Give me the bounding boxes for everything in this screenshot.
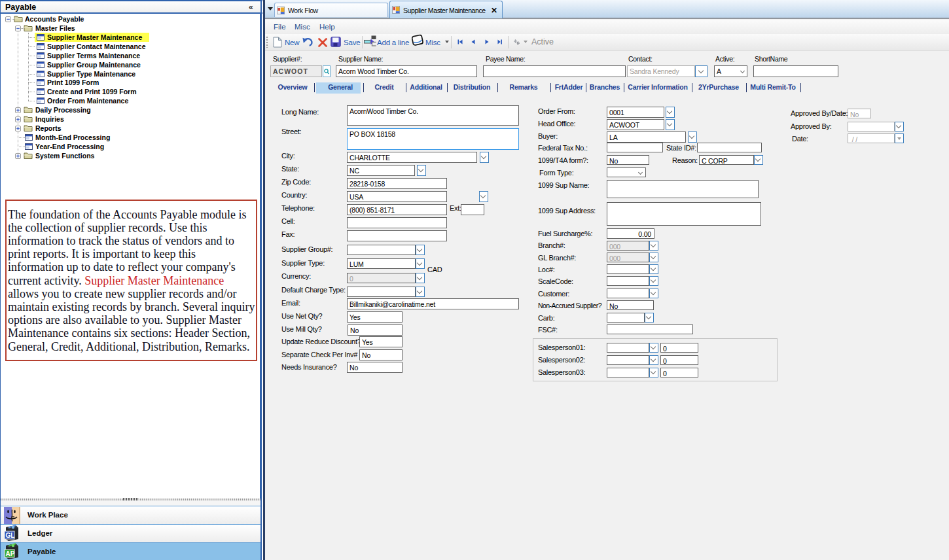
svg-text:AP: AP: [6, 550, 15, 557]
svg-text:GL: GL: [6, 532, 15, 539]
